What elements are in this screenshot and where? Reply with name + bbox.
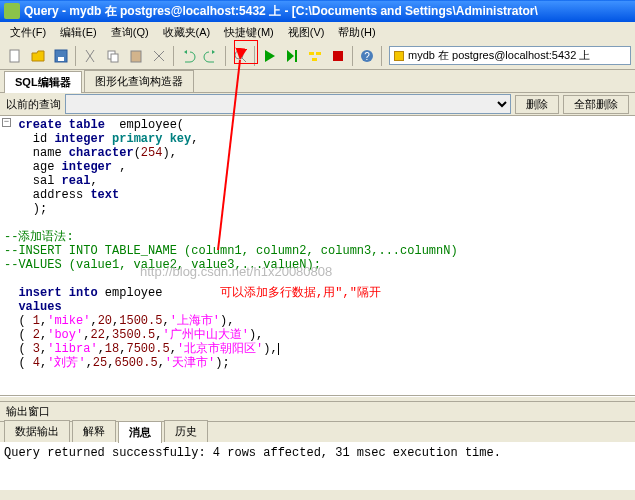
editor-tabs: SQL编辑器 图形化查询构造器 bbox=[0, 70, 635, 92]
find-icon[interactable] bbox=[229, 45, 251, 67]
svg-rect-10 bbox=[312, 58, 317, 61]
tab-data-output[interactable]: 数据输出 bbox=[4, 420, 70, 442]
redo-icon[interactable] bbox=[200, 45, 222, 67]
copy-icon[interactable] bbox=[102, 45, 124, 67]
output-label: 输出窗口 bbox=[0, 402, 635, 422]
separator bbox=[173, 46, 174, 66]
output-messages: Query returned successfully: 4 rows affe… bbox=[0, 442, 635, 490]
help-icon[interactable]: ? bbox=[356, 45, 378, 67]
delete-all-button[interactable]: 全部删除 bbox=[563, 95, 629, 114]
annotation-text: 可以添加多行数据,用","隔开 bbox=[220, 286, 381, 300]
tab-sql-editor[interactable]: SQL编辑器 bbox=[4, 71, 82, 93]
tab-explain[interactable]: 解释 bbox=[72, 420, 116, 442]
tab-history[interactable]: 历史 bbox=[164, 420, 208, 442]
menu-help[interactable]: 帮助(H) bbox=[332, 23, 381, 42]
execute-pgscript-icon[interactable] bbox=[281, 45, 303, 67]
menu-edit[interactable]: 编辑(E) bbox=[54, 23, 103, 42]
paste-icon[interactable] bbox=[125, 45, 147, 67]
title-bar: Query - mydb 在 postgres@localhost:5432 上… bbox=[0, 0, 635, 22]
history-select[interactable] bbox=[65, 94, 511, 114]
toolbar: ? mydb 在 postgres@localhost:5432 上 bbox=[0, 42, 635, 70]
menu-bar: 文件(F) 编辑(E) 查询(Q) 收藏夹(A) 快捷键(M) 视图(V) 帮助… bbox=[0, 22, 635, 42]
svg-rect-11 bbox=[333, 51, 343, 61]
execute-icon[interactable] bbox=[258, 45, 280, 67]
fold-gutter[interactable]: − bbox=[2, 118, 11, 127]
tab-messages[interactable]: 消息 bbox=[118, 421, 162, 443]
db-label: mydb 在 postgres@localhost:5432 上 bbox=[408, 48, 590, 63]
db-selector[interactable]: mydb 在 postgres@localhost:5432 上 bbox=[389, 46, 631, 65]
editor-content[interactable]: create table employee( id integer primar… bbox=[0, 116, 635, 372]
svg-rect-2 bbox=[58, 57, 64, 61]
window-title: Query - mydb 在 postgres@localhost:5432 上… bbox=[24, 3, 538, 20]
menu-file[interactable]: 文件(F) bbox=[4, 23, 52, 42]
output-tabs: 数据输出 解释 消息 历史 bbox=[0, 422, 635, 442]
save-icon[interactable] bbox=[50, 45, 72, 67]
new-icon[interactable] bbox=[4, 45, 26, 67]
menu-view[interactable]: 视图(V) bbox=[282, 23, 331, 42]
svg-rect-8 bbox=[309, 52, 314, 55]
separator bbox=[381, 46, 382, 66]
history-label: 以前的查询 bbox=[6, 97, 61, 112]
svg-rect-9 bbox=[316, 52, 321, 55]
separator bbox=[254, 46, 255, 66]
history-bar: 以前的查询 删除 全部删除 bbox=[0, 92, 635, 116]
cut-icon[interactable] bbox=[79, 45, 101, 67]
separator bbox=[352, 46, 353, 66]
separator bbox=[225, 46, 226, 66]
delete-button[interactable]: 删除 bbox=[515, 95, 559, 114]
app-icon bbox=[4, 3, 20, 19]
output-message-text: Query returned successfully: 4 rows affe… bbox=[4, 446, 501, 460]
cancel-icon[interactable] bbox=[327, 45, 349, 67]
svg-rect-4 bbox=[111, 54, 118, 62]
svg-rect-0 bbox=[10, 50, 19, 62]
svg-rect-5 bbox=[131, 51, 141, 62]
undo-icon[interactable] bbox=[177, 45, 199, 67]
svg-text:?: ? bbox=[364, 51, 370, 62]
open-icon[interactable] bbox=[27, 45, 49, 67]
svg-point-6 bbox=[235, 51, 243, 59]
explain-icon[interactable] bbox=[304, 45, 326, 67]
svg-rect-7 bbox=[295, 50, 297, 62]
separator bbox=[75, 46, 76, 66]
sql-editor[interactable]: − create table employee( id integer prim… bbox=[0, 116, 635, 396]
clear-icon[interactable] bbox=[148, 45, 170, 67]
menu-favorites[interactable]: 收藏夹(A) bbox=[157, 23, 217, 42]
menu-query[interactable]: 查询(Q) bbox=[105, 23, 155, 42]
tab-graphical-query[interactable]: 图形化查询构造器 bbox=[84, 70, 194, 92]
db-icon bbox=[394, 51, 404, 61]
menu-macros[interactable]: 快捷键(M) bbox=[218, 23, 280, 42]
